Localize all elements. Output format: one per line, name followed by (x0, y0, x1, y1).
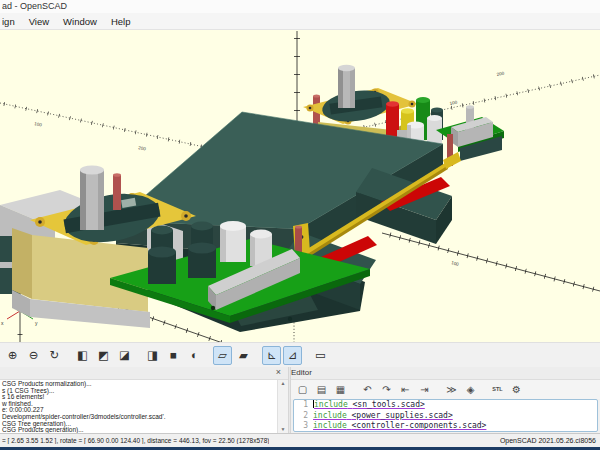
view-top-icon[interactable]: ◩ (94, 346, 113, 365)
code-editor[interactable]: 1include <sn_tools.scad> 2include <power… (293, 399, 598, 432)
window-title: ad - OpenSCAD (2, 1, 67, 11)
view-bottom-icon[interactable]: ◪ (115, 346, 134, 365)
editor-toolbar: ▢ ▤ ▦ ↶ ↷ ⇤ ⇥ ≫ ◈ STL ⚙ (291, 380, 600, 399)
line-number: 2 (294, 411, 313, 422)
render-icon[interactable]: ◈ (463, 382, 478, 397)
indent-icon[interactable]: ⇥ (417, 382, 432, 397)
svg-text:100: 100 (449, 99, 458, 106)
menu-help[interactable]: Help (104, 16, 138, 27)
svg-text:100: 100 (451, 260, 460, 267)
title-bar: ad - OpenSCAD (0, 0, 600, 13)
line-number: 4 (294, 432, 313, 433)
open-file-icon[interactable]: ▤ (314, 382, 329, 397)
view-all-icon[interactable]: ▭ (311, 346, 330, 365)
camera-status: = [ 2.65 3.55 1.52 ], rotate = [ 66.90 0… (2, 437, 269, 444)
code-line-4: 4 (294, 432, 597, 433)
svg-text:y: y (35, 320, 38, 326)
view-left-icon[interactable]: ◨ (143, 346, 162, 365)
export-stl-icon[interactable]: STL (490, 382, 505, 397)
console-scrollbar[interactable]: ▲ ▼ (277, 380, 288, 433)
console-header: × (0, 367, 288, 380)
preview-icon[interactable]: ≫ (444, 382, 459, 397)
editor-header: Editor (291, 367, 600, 380)
console-panel: × CSG Products normalization)... s (1 CS… (0, 367, 288, 433)
console-line: s 16 elements! (2, 394, 274, 401)
menu-design[interactable]: ign (0, 16, 22, 27)
show-axes-icon[interactable]: ⊾ (262, 346, 281, 365)
3d-viewport[interactable]: 100 200 100 200 100 z x y (0, 30, 600, 342)
reset-view-icon[interactable]: ↻ (45, 346, 64, 365)
undo-icon[interactable]: ↶ (360, 382, 375, 397)
console-close-icon[interactable]: × (276, 367, 281, 378)
unindent-icon[interactable]: ⇤ (398, 382, 413, 397)
line-number: 1 (294, 400, 313, 411)
line-number: 3 (294, 421, 313, 432)
code-line-1: 1include <sn_tools.scad> (294, 400, 597, 411)
code-line-2: 2include <power_supplies.scad> (294, 411, 597, 422)
new-file-icon[interactable]: ▢ (295, 382, 310, 397)
svg-text:x: x (1, 320, 4, 326)
scroll-up-icon[interactable]: ▲ (281, 380, 286, 387)
menu-bar: ign View Window Help (0, 13, 600, 30)
status-bar: = [ 2.65 3.55 1.52 ], rotate = [ 66.90 0… (0, 433, 600, 447)
editor-title: Editor (291, 368, 312, 377)
view-orthogonal-icon[interactable]: ▰ (234, 346, 253, 365)
console-output[interactable]: CSG Products normalization)... s (1 CSG … (0, 380, 288, 433)
show-scale-markers-icon[interactable]: ⊿ (283, 346, 302, 365)
code-line-3: 3include <controller-components.scad> (294, 421, 597, 432)
bottom-docks: × CSG Products normalization)... s (1 CS… (0, 367, 600, 433)
svg-text:200: 200 (138, 145, 147, 152)
svg-text:100: 100 (34, 121, 43, 128)
zoom-out-icon[interactable]: ⊖ (24, 346, 43, 365)
zoom-in-icon[interactable]: ⊕ (3, 346, 22, 365)
menu-view[interactable]: View (22, 16, 56, 27)
send-to-printer-icon[interactable]: ⚙ (509, 382, 524, 397)
menu-window[interactable]: Window (56, 16, 104, 27)
version-label: OpenSCAD 2021.05.26.ci8056 (500, 437, 596, 444)
scroll-down-icon[interactable]: ▼ (281, 426, 286, 433)
view-perspective-icon[interactable]: ▱ (213, 346, 232, 365)
save-file-icon[interactable]: ▦ (333, 382, 348, 397)
viewport-toolbar: ⊕ ⊖ ↻ ◧ ◩ ◪ ◨ ■ ◐ ▱ ▰ ⊾ ⊿ ▭ (0, 342, 600, 367)
svg-text:200: 200 (496, 70, 505, 77)
redo-icon[interactable]: ↷ (379, 382, 394, 397)
editor-panel: Editor ▢ ▤ ▦ ↶ ↷ ⇤ ⇥ ≫ ◈ STL ⚙ 1include … (291, 367, 600, 433)
view-front-icon[interactable]: ■ (164, 346, 183, 365)
model-side-pcb (436, 105, 504, 166)
view-back-icon[interactable]: ◐ (185, 346, 204, 365)
view-right-icon[interactable]: ◧ (73, 346, 92, 365)
